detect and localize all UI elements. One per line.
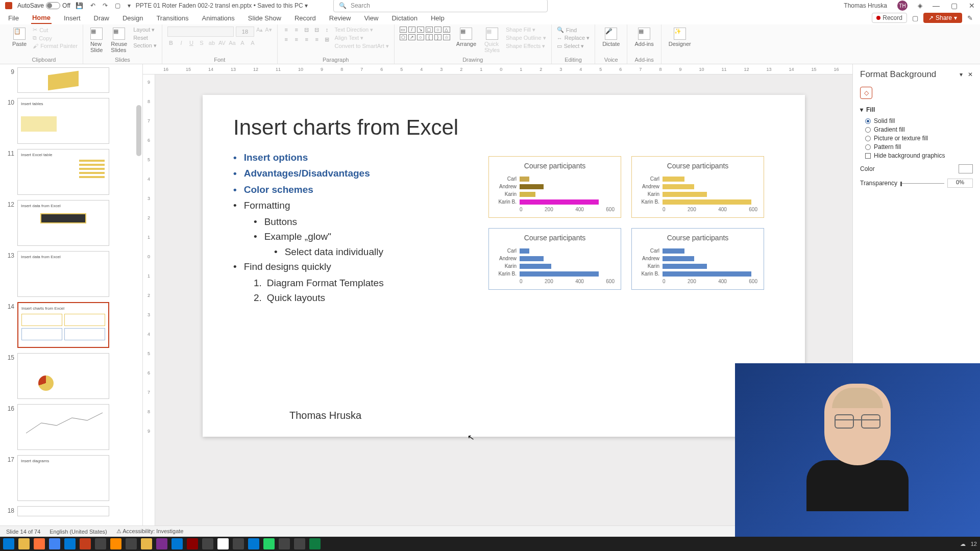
app-icon-1[interactable] xyxy=(95,538,106,549)
start-button[interactable] xyxy=(3,538,14,549)
layout-button[interactable]: Layout ▾ xyxy=(133,27,157,33)
tab-draw[interactable]: Draw xyxy=(93,13,110,23)
app-icon-6[interactable] xyxy=(217,538,229,549)
thumb-12[interactable]: Insert data from Excel xyxy=(17,200,109,246)
replace-button[interactable]: ↔ Replace ▾ xyxy=(557,35,590,41)
tab-file[interactable]: File xyxy=(7,13,20,23)
charts[interactable]: Course participantsCarlAndrewKarinKarin … xyxy=(488,156,764,290)
redo-icon[interactable]: ↷ xyxy=(103,2,108,9)
slide-title[interactable]: Insert charts from Excel xyxy=(233,115,774,140)
app-icon-5[interactable] xyxy=(202,538,213,549)
shapes-gallery[interactable]: ▭/↘▢○△⬡↗○{}☆ xyxy=(400,27,450,40)
select-button[interactable]: ▭ Select ▾ xyxy=(557,43,590,49)
solid-fill-radio[interactable]: Solid fill xyxy=(865,117,973,124)
scrollbar[interactable] xyxy=(136,105,141,156)
find-button[interactable]: 🔍 Find xyxy=(557,27,590,33)
present-mode-icon[interactable]: ▢ xyxy=(912,14,918,22)
thumb-15[interactable] xyxy=(17,353,109,399)
onenote-icon[interactable] xyxy=(156,538,167,549)
app-icon-2[interactable] xyxy=(126,538,137,549)
chart-2[interactable]: Course participantsCarlAndrewKarinKarin … xyxy=(631,156,764,218)
outlook-icon[interactable] xyxy=(64,538,76,549)
present-icon[interactable]: ▢ xyxy=(115,2,120,9)
gradient-fill-radio[interactable]: Gradient fill xyxy=(865,126,973,133)
tab-view[interactable]: View xyxy=(363,13,379,23)
tab-help[interactable]: Help xyxy=(430,13,446,23)
thumb-16[interactable] xyxy=(17,404,109,450)
tab-insert[interactable]: Insert xyxy=(63,13,82,23)
tab-transitions[interactable]: Transitions xyxy=(155,13,189,23)
slide-footer[interactable]: Thomas Hruska xyxy=(289,410,361,421)
diamond-icon[interactable]: ◈ xyxy=(918,2,922,9)
vlc-icon[interactable] xyxy=(110,538,121,549)
reset-button[interactable]: Reset xyxy=(133,35,157,41)
explorer-icon[interactable] xyxy=(18,538,30,549)
record-button[interactable]: Record xyxy=(872,13,907,23)
tab-review[interactable]: Review xyxy=(328,13,352,23)
fill-tab-icon[interactable]: ◇ xyxy=(860,87,872,99)
pattern-fill-radio[interactable]: Pattern fill xyxy=(865,143,973,151)
tab-dictation[interactable]: Dictation xyxy=(390,13,419,23)
search-input[interactable]: 🔍 Search xyxy=(333,0,548,12)
chart-1[interactable]: Course participantsCarlAndrewKarinKarin … xyxy=(488,156,621,218)
slide[interactable]: Insert charts from Excel •Insert options… xyxy=(203,95,805,437)
app-icon-7[interactable] xyxy=(233,538,244,549)
dictate-button[interactable]: 🎤Dictate xyxy=(600,27,622,48)
accessibility[interactable]: ⚠ Accessibility: Investigate xyxy=(116,528,184,535)
reuse-slides-button[interactable]: ▦Reuse Slides xyxy=(109,27,129,54)
picture-fill-radio[interactable]: Picture or texture fill xyxy=(865,135,973,142)
pane-dropdown-icon[interactable]: ▾ xyxy=(960,71,963,78)
tray-weather-icon[interactable]: ☁ xyxy=(960,541,966,547)
document-title[interactable]: PPTE 01 Roter Faden 002-2 transl en.pptx… xyxy=(136,2,308,9)
app-icon-10[interactable] xyxy=(294,538,305,549)
addins-button[interactable]: ▦Add-ins xyxy=(632,27,655,48)
chrome-icon[interactable] xyxy=(49,538,60,549)
excel-icon[interactable] xyxy=(309,538,321,549)
app-icon-9[interactable] xyxy=(279,538,290,549)
thumb-9[interactable] xyxy=(17,67,109,93)
thumb-11[interactable]: Insert Excel table xyxy=(17,149,109,195)
close-icon[interactable]: ✕ xyxy=(969,2,975,10)
tab-slideshow[interactable]: Slide Show xyxy=(247,13,282,23)
language[interactable]: English (United States) xyxy=(50,529,107,535)
powerpoint-icon[interactable] xyxy=(80,538,91,549)
comments-icon[interactable]: ✎ xyxy=(967,14,973,22)
app-icon-4[interactable] xyxy=(187,538,198,549)
firefox-icon[interactable] xyxy=(34,538,45,549)
autosave-toggle[interactable]: AutoSave Off xyxy=(17,2,70,9)
new-slide-button[interactable]: ▦New Slide xyxy=(88,27,105,54)
share-button[interactable]: ↗Share▾ xyxy=(923,13,962,23)
thumb-17[interactable]: Insert diagrams xyxy=(17,455,109,501)
undo-icon[interactable]: ↶ xyxy=(90,2,95,9)
app-icon-8[interactable] xyxy=(248,538,259,549)
save-icon[interactable]: 💾 xyxy=(76,2,83,9)
arrange-button[interactable]: ▦Arrange xyxy=(454,27,478,48)
tab-home[interactable]: Home xyxy=(31,12,52,24)
maximize-icon[interactable]: ▢ xyxy=(951,2,958,10)
user-name[interactable]: Thomas Hruska xyxy=(844,2,887,9)
tab-design[interactable]: Design xyxy=(121,13,144,23)
minimize-icon[interactable]: — xyxy=(933,2,940,10)
thumb-18[interactable] xyxy=(17,506,109,516)
avatar[interactable]: TH xyxy=(897,1,908,11)
thumb-10[interactable]: Insert tables xyxy=(17,98,109,144)
whatsapp-icon[interactable] xyxy=(263,538,275,549)
tray-time[interactable]: 12 xyxy=(971,541,977,547)
thumb-14[interactable]: Insert charts from Excel xyxy=(17,302,109,348)
fill-section-header[interactable]: ▾Fill xyxy=(860,106,973,113)
color-picker[interactable] xyxy=(959,164,973,173)
tab-record[interactable]: Record xyxy=(293,13,317,23)
app-icon-3[interactable] xyxy=(141,538,152,549)
designer-button[interactable]: ✨Designer xyxy=(667,27,693,48)
slide-thumbnails[interactable]: 9 10Insert tables 11Insert Excel table 1… xyxy=(0,64,143,540)
tab-animations[interactable]: Animations xyxy=(201,13,236,23)
chart-4[interactable]: Course participantsCarlAndrewKarinKarin … xyxy=(631,228,764,290)
pane-close-icon[interactable]: ✕ xyxy=(968,71,973,78)
hide-graphics-check[interactable]: Hide background graphics xyxy=(865,152,973,159)
edge-icon[interactable] xyxy=(172,538,183,549)
transparency-input[interactable]: 0% xyxy=(947,179,973,188)
paste-button[interactable]: 📋Paste xyxy=(10,27,29,48)
chart-3[interactable]: Course participantsCarlAndrewKarinKarin … xyxy=(488,228,621,290)
more-icon[interactable]: ▾ xyxy=(128,2,131,9)
section-button[interactable]: Section ▾ xyxy=(133,42,157,49)
